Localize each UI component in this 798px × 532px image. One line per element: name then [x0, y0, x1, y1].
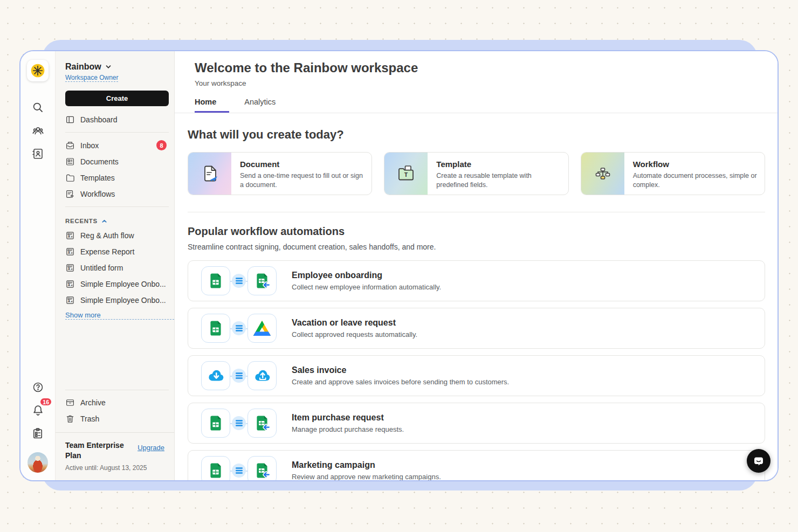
inbox-icon	[65, 141, 75, 150]
sidebar-item-templates[interactable]: Templates	[56, 170, 174, 186]
integration-pair	[201, 314, 277, 343]
sidebar-item-label: Templates	[80, 174, 115, 182]
form-doc-icon	[65, 231, 75, 240]
sidebar-item-label: Documents	[80, 157, 119, 166]
search-icon	[31, 101, 44, 114]
show-more-link[interactable]: Show more	[65, 311, 174, 320]
card-title: Document	[240, 160, 365, 169]
tab-bar: Home Analytics	[195, 98, 778, 113]
automation-row-employee-onboarding[interactable]: Employee onboarding Collect new employee…	[188, 260, 765, 301]
inbox-count-badge: 8	[156, 140, 167, 150]
create-button[interactable]: Create	[65, 91, 169, 106]
automation-title: Vacation or leave request	[292, 318, 417, 328]
search-button[interactable]	[27, 96, 49, 118]
contacts-icon	[31, 147, 44, 160]
plan-name: Team Enterprise Plan	[65, 440, 130, 461]
integration-tile	[247, 314, 277, 343]
sidebar-divider	[65, 206, 169, 207]
google-sheets-icon	[207, 414, 224, 432]
workspace-role-link[interactable]: Workspace Owner	[65, 74, 118, 82]
main-header: Welcome to the Rainbow workspace Your wo…	[175, 51, 778, 113]
workspace-header: Rainbow Workspace Owner	[56, 62, 174, 82]
help-button[interactable]	[27, 376, 49, 398]
sidebar-item-archive[interactable]: Archive	[56, 395, 174, 411]
recent-item-label: Reg & Auth flow	[80, 231, 134, 240]
recent-item[interactable]: Simple Employee Onbo...	[56, 276, 174, 292]
create-workflow-card[interactable]: Workflow Automate document processes, si…	[581, 152, 765, 195]
create-section-heading: What will you create today?	[188, 128, 765, 142]
form-doc-icon	[65, 247, 75, 257]
sidebar-item-workflows[interactable]: Workflows	[56, 186, 174, 202]
sidebar-item-inbox[interactable]: Inbox 8	[56, 137, 174, 154]
form-doc-icon	[65, 279, 75, 289]
recent-item[interactable]: Reg & Auth flow	[56, 227, 174, 244]
integration-tile	[201, 409, 230, 438]
card-art	[188, 153, 231, 195]
workflow-doc-icon	[65, 189, 75, 199]
upgrade-link[interactable]: Upgrade	[137, 444, 164, 452]
automation-row-vacation-request[interactable]: Vacation or leave request Collect approv…	[188, 308, 765, 349]
recent-item[interactable]: Simple Employee Onbo...	[56, 292, 174, 308]
card-art: T	[384, 153, 428, 195]
connection-icon	[232, 416, 246, 430]
form-doc-icon	[65, 263, 75, 273]
automation-title: Marketing campaign	[292, 460, 441, 470]
recent-item-label: Simple Employee Onbo...	[80, 296, 166, 305]
card-description: Create a reusable template with predefin…	[436, 171, 561, 189]
sidebar-item-label: Inbox	[80, 141, 99, 150]
integration-tile	[201, 266, 230, 295]
recent-item[interactable]: Expense Report	[56, 244, 174, 260]
recents-toggle[interactable]: RECENTS	[56, 211, 174, 227]
chevron-up-icon	[101, 218, 107, 224]
sidebar-item-dashboard[interactable]: Dashboard	[56, 112, 174, 128]
google-sheets-icon	[207, 462, 224, 479]
rail-bottom: 16	[27, 376, 49, 473]
sidebar-item-trash[interactable]: Trash	[56, 411, 174, 427]
page-subtitle: Your workspace	[195, 79, 778, 87]
workspace-logo[interactable]	[27, 60, 49, 81]
tab-analytics[interactable]: Analytics	[244, 98, 276, 113]
automation-row-marketing-campaign[interactable]: Marketing campaign Review and approve ne…	[188, 450, 765, 480]
chat-launcher-button[interactable]	[747, 449, 771, 473]
user-avatar[interactable]	[27, 452, 48, 473]
signnow-doc-icon	[253, 414, 271, 432]
recent-item[interactable]: Untitled form	[56, 260, 174, 276]
sidebar-item-documents[interactable]: Documents	[56, 154, 174, 170]
notifications-button[interactable]: 16	[27, 399, 49, 421]
automation-description: Create and approve sales invoices before…	[292, 378, 509, 386]
connection-icon	[232, 369, 246, 383]
chevron-down-icon	[105, 64, 112, 70]
google-sheets-icon	[207, 272, 224, 289]
automation-row-item-purchase[interactable]: Item purchase request Manage product pur…	[188, 403, 765, 444]
tasks-button[interactable]	[27, 423, 49, 444]
integration-pair	[201, 266, 277, 295]
create-template-card[interactable]: T Template Create a reusable template wi…	[384, 152, 568, 195]
integration-tile	[247, 456, 277, 480]
automations-subheading: Streamline contract signing, document cr…	[188, 243, 765, 251]
trash-icon	[65, 414, 75, 424]
plan-panel: Team Enterprise Plan Upgrade Active unti…	[56, 432, 174, 480]
automation-row-sales-invoice[interactable]: Sales invoice Create and approve sales i…	[188, 355, 765, 396]
integration-tile	[201, 314, 230, 343]
folder-icon	[65, 173, 75, 183]
sidebar-item-label: Trash	[80, 414, 99, 423]
automation-title: Item purchase request	[292, 413, 404, 423]
teams-button[interactable]	[27, 120, 49, 141]
recent-item-label: Simple Employee Onbo...	[80, 280, 166, 288]
dashboard-icon	[65, 115, 75, 125]
archive-icon	[65, 398, 75, 407]
cloud-download-icon	[206, 367, 225, 385]
tab-home[interactable]: Home	[195, 98, 229, 113]
icon-rail: 16	[20, 51, 55, 480]
workspace-switcher[interactable]: Rainbow	[65, 62, 164, 72]
automations-heading: Popular workflow automations	[188, 225, 765, 238]
chat-bubble-icon	[752, 454, 765, 467]
contacts-button[interactable]	[27, 143, 49, 164]
plan-active-until: Active until: August 13, 2025	[65, 464, 164, 472]
sidebar-divider	[65, 390, 169, 390]
create-document-card[interactable]: Document Send a one-time request to fill…	[188, 152, 372, 195]
sidebar-divider	[65, 132, 169, 133]
flowchart-icon	[593, 164, 613, 183]
recent-item-label: Untitled form	[80, 264, 123, 272]
help-icon	[32, 381, 44, 393]
